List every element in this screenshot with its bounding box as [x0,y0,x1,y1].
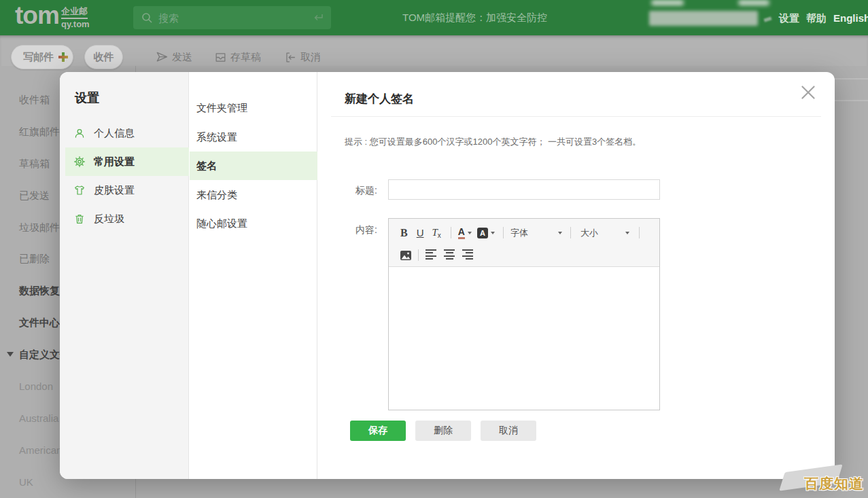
align-center-icon[interactable] [444,249,455,262]
menu-item-anti-spam[interactable]: 反垃圾 [65,204,189,233]
sidebar-item-inbox[interactable]: 收件箱 [19,94,50,107]
panel-title: 新建个人签名 [345,91,414,107]
search-input[interactable] [158,7,312,28]
title-field-label: 标题: [355,185,377,197]
sidebar-folder-london[interactable]: London [19,380,53,392]
submenu-system-settings[interactable]: 系统设置 [190,123,317,152]
blurred-mark [651,0,684,5]
sidebar-item-sent[interactable]: 已发送 [19,190,50,202]
send-icon [155,50,169,64]
compose-button[interactable]: 写邮件 [11,45,73,69]
sidebar-item-file-center[interactable]: 文件中心 [19,317,60,330]
sidebar-item-flagged[interactable]: 红旗邮件 [19,126,60,139]
person-icon [73,127,86,139]
settings-menu-column: 设置 个人信息 常用设置 皮肤设置 反垃圾 [60,72,189,479]
font-family-dropdown[interactable]: 字体 [510,227,562,239]
chevron-down-icon [625,232,629,234]
cancel-button-toolbar[interactable]: 取消 [284,51,321,64]
mail-toolbar: 写邮件 收件 发送 存草稿 取消 [0,35,868,66]
submenu-suixin-mail[interactable]: 随心邮设置 [190,209,317,238]
toolbar-actions: 发送 存草稿 取消 [155,45,321,69]
sidebar-folder-american[interactable]: American [19,444,62,456]
align-right-icon[interactable] [462,249,473,262]
topbar-language-link[interactable]: English [833,12,868,24]
user-account-blurred[interactable] [649,11,758,26]
bold-button[interactable]: B [400,227,408,239]
panel-header: 新建个人签名 [317,72,835,117]
menu-item-personal-info[interactable]: 个人信息 [65,119,189,147]
align-left-icon[interactable] [426,249,436,262]
insert-image-button[interactable] [400,251,411,260]
signature-panel: 新建个人签名 提示 : 您可设置最多600个汉字或1200个英文字符； 一共可设… [317,72,835,479]
sidebar-item-deleted[interactable]: 已删除 [19,253,50,266]
gear-icon [73,156,86,168]
topbar-settings-link[interactable]: 设置 [779,12,799,25]
sidebar-item-drafts[interactable]: 草稿箱 [19,158,50,171]
dropdown-tick [763,16,771,22]
brand-line2: qy.tom [61,19,90,29]
sidebar-folder-uk[interactable]: UK [19,476,33,488]
sidebar-item-spam[interactable]: 垃圾邮件 [19,221,60,234]
brand-label: 企业邮 qy.tom [61,6,90,30]
triangle-down-icon[interactable] [7,352,14,357]
content-field-label: 内容: [355,224,377,236]
chevron-down-icon [558,232,562,234]
search-box[interactable] [133,6,331,29]
receive-button[interactable]: 收件 [84,45,123,69]
menu-item-general-settings[interactable]: 常用设置 [65,147,189,176]
submenu-folder-management[interactable]: 文件夹管理 [190,94,317,122]
baidu-zhidao-watermark: 百度知道 [804,474,864,493]
sidebar-item-data-recovery[interactable]: 数据恢复 [19,285,60,298]
cancel-button[interactable]: 取消 [481,421,536,441]
close-icon[interactable] [801,85,816,100]
settings-modal: 设置 个人信息 常用设置 皮肤设置 反垃圾 文件夹管理 系统设置 签名 [60,72,835,479]
toolbar-separator [451,227,451,238]
toolbar-separator [639,227,640,238]
bg-color-button[interactable]: A [477,228,495,238]
settings-title: 设置 [75,90,99,106]
signature-title-input[interactable] [388,179,660,200]
toolbar-separator [503,227,504,238]
chevron-down-icon [491,232,495,234]
enter-icon [312,12,324,23]
send-button[interactable]: 发送 [155,50,192,64]
font-size-dropdown[interactable]: 大小 [580,227,629,239]
receive-label: 收件 [94,51,114,64]
delete-button[interactable]: 删除 [415,421,471,441]
settings-submenu-column: 文件夹管理 系统设置 签名 来信分类 随心邮设置 [190,72,317,479]
brand-line1: 企业邮 [61,6,88,19]
trash-icon [73,213,86,225]
rich-text-editor: B U Tx A A 字体 大小 [388,218,660,410]
clear-format-button[interactable]: Tx [432,226,441,239]
plus-icon [58,52,68,62]
submenu-signature[interactable]: 签名 [190,152,317,180]
list-line [835,100,868,101]
save-draft-button[interactable]: 存草稿 [214,51,261,64]
font-color-button[interactable]: A [458,227,472,239]
compose-label: 写邮件 [23,51,54,64]
list-line [835,78,868,79]
underline-button[interactable]: U [417,227,424,238]
menu-item-skin-settings[interactable]: 皮肤设置 [65,176,189,204]
submenu-mail-sorting[interactable]: 来信分类 [190,181,317,209]
signature-content-area[interactable] [389,267,659,410]
chevron-down-icon [468,232,472,234]
signature-hint: 提示 : 您可设置最多600个汉字或1200个英文字符； 一共可设置3个签名档。 [345,136,641,148]
tom-logo[interactable]: tom [15,1,59,30]
save-button[interactable]: 保存 [350,421,406,441]
page: tom 企业邮 qy.tom TOM邮箱提醒您：加强安全防控 设置 帮助 Eng… [0,0,868,498]
topbar-help-link[interactable]: 帮助 [806,12,827,25]
security-notice: TOM邮箱提醒您：加强安全防控 [402,12,547,24]
editor-toolbar: B U Tx A A 字体 大小 [389,219,659,267]
sidebar-folder-australia[interactable]: Australia [19,412,58,424]
draft-icon [214,51,227,64]
toolbar-separator [418,249,419,261]
cancel-icon [284,51,297,64]
topbar: tom 企业邮 qy.tom TOM邮箱提醒您：加强安全防控 设置 帮助 Eng… [0,0,868,35]
toolbar-separator [570,227,571,238]
blurred-mark [738,0,769,5]
search-icon [141,12,153,24]
tshirt-icon [73,184,86,196]
